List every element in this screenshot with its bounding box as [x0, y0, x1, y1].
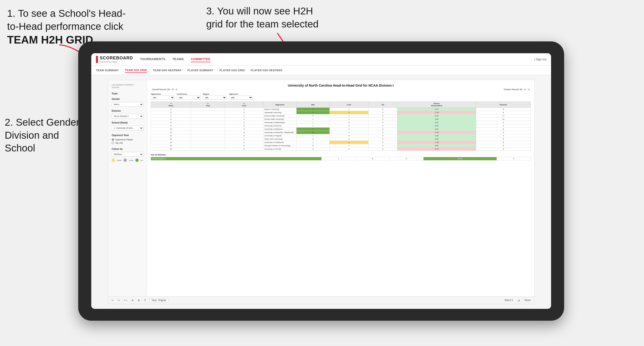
toolbar-back[interactable]: ⟵	[123, 298, 128, 302]
cell-tie: 0	[368, 141, 397, 144]
cell-rank: 15	[151, 144, 191, 148]
table-row: 2 1 Auburn University 2 1 0 1.67 9	[151, 108, 531, 111]
toolbar-redo[interactable]: ↪	[116, 298, 121, 302]
subnav-player-summary[interactable]: PLAYER SUMMARY	[188, 68, 214, 73]
ood-rounds: 3	[496, 157, 530, 161]
colour-label: Colour by	[112, 148, 144, 150]
cell-tie: 0	[368, 121, 397, 124]
toolbar-view-label: View: Original	[152, 299, 166, 302]
cell-conf: 3	[225, 124, 263, 128]
cell-rank: 12	[151, 134, 191, 138]
cell-reg	[191, 141, 225, 144]
cell-rounds: 8	[476, 111, 530, 114]
cell-win: 1	[296, 141, 330, 144]
colour-select[interactable]: Win/loss	[112, 152, 144, 157]
division-record: Division Record: 88 - 17 - 0	[504, 88, 530, 91]
col-tie: Tie	[368, 102, 397, 108]
division-select[interactable]: NCAA Division I	[112, 114, 144, 119]
content-area: Last Updated: 27/03/2024 16:55:38 Team G…	[91, 75, 551, 309]
table-row: 13 1 Texas Tech University 3 0 0 5.56 9	[151, 138, 531, 141]
cell-opponent: Florida State University	[263, 118, 296, 121]
subnav-player-h2h-grid[interactable]: PLAYER H2H GRID	[220, 68, 245, 73]
table-row: 11 6 University of Arkansas, Fayettevill…	[151, 131, 531, 134]
cell-tie: 0	[368, 114, 397, 118]
cell-win: 0	[296, 131, 330, 134]
gender-label: Gender	[112, 98, 144, 100]
cell-diff: -4.33	[397, 131, 476, 134]
toolbar-watch[interactable]: Watch ▾	[504, 298, 514, 302]
school-select[interactable]: 1. University of Nort...	[112, 126, 144, 130]
table-row: 16 3 University of Florida 3 1 0 -6.42 9	[151, 148, 531, 151]
cell-rank: 16	[151, 148, 191, 151]
opponent-filter: Opponent (All)	[229, 93, 253, 100]
toolbar-view-btn[interactable]: View: Original	[149, 298, 168, 302]
sign-out-link[interactable]: | Sign out	[534, 58, 546, 61]
cell-tie: 0	[368, 108, 397, 111]
nav-teams[interactable]: TEAMS	[172, 56, 184, 62]
colour-legend: Down Level Up	[112, 159, 144, 162]
opponent-select[interactable]: (All)	[229, 96, 253, 100]
out-of-division: Out of division NCAA Division II 1 0 0 2…	[151, 154, 531, 161]
toolbar-clock[interactable]: ⏱	[143, 298, 148, 302]
cell-opponent: University of Arkansas, Fayetteville	[263, 131, 296, 134]
gender-select[interactable]: Men's	[112, 102, 144, 107]
logo: SCOREBOARD Powered by clippd	[96, 56, 133, 63]
cell-reg	[191, 144, 225, 148]
cell-diff: 1.67	[397, 108, 476, 111]
opponents-select[interactable]: (All)	[151, 96, 174, 100]
cell-diff: 3.67	[397, 121, 476, 124]
radio-top100[interactable]: Top 100	[112, 142, 144, 144]
opponent-view-label: Opponent View	[112, 134, 144, 137]
subnav-team-h2h-grid[interactable]: TEAM H2H GRID	[125, 68, 147, 73]
col-loss: Loss	[330, 102, 368, 108]
col-rank: #Rank	[151, 102, 191, 108]
colour-level-label: Level	[129, 159, 133, 162]
cell-loss: 1	[330, 108, 368, 111]
cell-conf: 2	[225, 141, 263, 144]
division-label: Division	[112, 110, 144, 112]
opponents-label: Opponents:	[151, 93, 174, 95]
cell-conf: 6	[225, 131, 263, 134]
cell-rank: 11	[151, 131, 191, 134]
cell-rounds: 12	[476, 118, 530, 121]
cell-win: 1	[296, 118, 330, 121]
conference-label: Conference	[177, 93, 200, 95]
nav-bar: SCOREBOARD Powered by clippd TOURNAMENTS…	[91, 53, 551, 66]
nav-tournaments[interactable]: TOURNAMENTS	[140, 56, 165, 62]
cell-conf: 2	[225, 118, 263, 121]
toolbar-restore[interactable]: ⊕	[130, 298, 135, 302]
table-row: 6 2 Florida State University 1 2 0 1.83 …	[151, 118, 531, 121]
cell-rank: 8	[151, 121, 191, 124]
table-row: 9 3 University of Arizona 1 0 0 9.00 2	[151, 124, 531, 128]
subnav-team-h2h-heatmap[interactable]: TEAM H2H HEATMAP	[153, 68, 182, 73]
cell-opponent: Vanderbilt University	[263, 111, 296, 114]
annotation-step1: 1. To see a School's Head- to-Head perfo…	[7, 7, 130, 47]
region-select[interactable]: (All)	[203, 96, 226, 100]
cell-win: 3	[296, 138, 330, 141]
cell-win: 1	[296, 124, 330, 128]
toolbar-undo[interactable]: ↩	[110, 298, 115, 302]
cell-rank: 4	[151, 114, 191, 118]
cell-win: 5	[296, 144, 330, 148]
radio-opponents-played[interactable]: Opponents Played	[112, 139, 144, 141]
toolbar-copy[interactable]: ⊞	[136, 298, 141, 302]
colour-down	[112, 159, 115, 162]
sidebar-timestamp: Last Updated: 27/03/2024 16:55:38	[112, 84, 144, 89]
toolbar-share[interactable]: Share	[523, 298, 532, 302]
overall-record: Overall Record: 89 - 17 - 0	[152, 88, 177, 91]
toolbar-present[interactable]: 📊	[516, 298, 521, 302]
cell-win: 1	[296, 134, 330, 138]
cell-diff: 9.00	[397, 124, 476, 128]
nav-links: TOURNAMENTS TEAMS COMMITTEE	[140, 56, 534, 62]
subnav-player-h2h-heatmap[interactable]: PLAYER H2H HEATMAP	[251, 68, 282, 73]
cell-diff: 2.61	[397, 128, 476, 131]
cell-loss: 4	[330, 111, 368, 114]
table-row: 4 1 Arizona State University 5 1 0 2.29 …	[151, 114, 531, 118]
subnav-team-summary[interactable]: TEAM SUMMARY	[96, 68, 119, 73]
nav-committee[interactable]: COMMITTEE	[191, 56, 210, 62]
tablet: SCOREBOARD Powered by clippd TOURNAMENTS…	[78, 41, 564, 321]
conference-select[interactable]: (All)	[177, 96, 200, 100]
cell-rank: 13	[151, 138, 191, 141]
colour-level	[124, 159, 127, 162]
cell-loss: 0	[330, 138, 368, 141]
